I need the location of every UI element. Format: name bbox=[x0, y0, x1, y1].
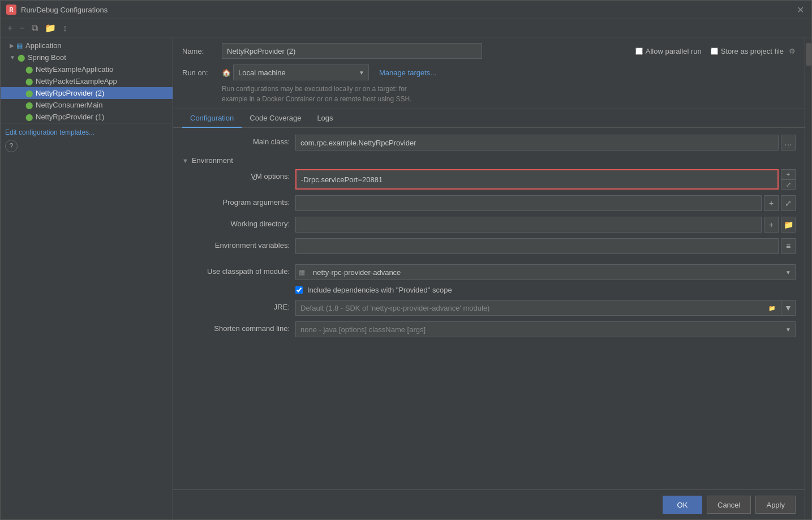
vm-options-row: VM options: + ⤢ bbox=[182, 169, 796, 190]
netty-rpc-provider-2-label: NettyRpcProvider (2) bbox=[36, 89, 104, 97]
run-on-description: Run configurations may be executed local… bbox=[222, 84, 796, 104]
tree-item-netty-example[interactable]: ⬤ NettyExampleApplicatio bbox=[1, 63, 173, 75]
jre-row: JRE: Default (1.8 - SDK of 'netty-rpc-pr… bbox=[182, 300, 796, 316]
working-dir-input[interactable] bbox=[295, 217, 762, 233]
include-deps-label: Include dependencies with "Provided" sco… bbox=[307, 286, 452, 294]
vm-options-label: VM options: bbox=[182, 169, 290, 181]
main-content: ▶ ▦ Application ▼ ⬤ Spring Boot ⬤ NettyE… bbox=[1, 37, 811, 519]
main-class-control: … bbox=[295, 135, 796, 151]
right-scrollbar-thumb bbox=[806, 43, 811, 66]
tree-item-netty-rpc-provider-2[interactable]: ⬤ NettyRpcProvider (2) bbox=[1, 87, 173, 99]
ok-button[interactable]: OK bbox=[663, 496, 702, 514]
folder-button[interactable]: 📁 bbox=[42, 22, 58, 35]
title-bar-left: R Run/Debug Configurations bbox=[6, 5, 108, 15]
help-button[interactable]: ? bbox=[5, 140, 18, 152]
tab-configuration[interactable]: Configuration bbox=[182, 109, 242, 128]
tree-item-spring-boot[interactable]: ▼ ⬤ Spring Boot bbox=[1, 51, 173, 63]
bottom-bar: OK Cancel Apply bbox=[173, 489, 805, 519]
jre-select-wrapper: Default (1.8 - SDK of 'netty-rpc-provide… bbox=[295, 300, 796, 316]
application-icon: ▦ bbox=[16, 42, 23, 50]
run-on-row: Run on: 🏠 Local machine ▼ Manage targets… bbox=[182, 65, 796, 80]
shorten-cmd-row: Shorten command line: none - java [optio… bbox=[182, 321, 796, 337]
allow-parallel-label: Allow parallel run bbox=[646, 47, 702, 55]
vm-options-expand-button[interactable]: ⤢ bbox=[781, 179, 796, 190]
include-deps-checkbox[interactable] bbox=[295, 286, 303, 294]
close-button[interactable]: ✕ bbox=[794, 4, 806, 15]
main-class-label: Main class: bbox=[182, 135, 290, 146]
classpath-row: Use classpath of module: ▦ netty-rpc-pro… bbox=[182, 264, 796, 280]
netty-packet-label: NettyPacketExampleApp bbox=[36, 77, 117, 85]
shorten-cmd-select[interactable]: none - java [options] className [args] bbox=[295, 321, 796, 337]
tab-logs[interactable]: Logs bbox=[309, 109, 341, 128]
tree-item-netty-packet[interactable]: ⬤ NettyPacketExampleApp bbox=[1, 75, 173, 87]
program-args-expand-button[interactable]: ⤢ bbox=[781, 195, 796, 211]
working-dir-row: Working directory: + 📁 bbox=[182, 217, 796, 233]
program-args-row: Program arguments: + ⤢ bbox=[182, 195, 796, 211]
program-args-label: Program arguments: bbox=[182, 195, 290, 207]
right-scrollbar[interactable] bbox=[805, 37, 811, 519]
netty-consumer-label: NettyConsumerMain bbox=[36, 101, 103, 109]
vm-options-input[interactable] bbox=[295, 169, 779, 190]
name-input[interactable] bbox=[222, 43, 482, 59]
gear-icon[interactable]: ⚙ bbox=[789, 47, 796, 55]
jre-arrow-button[interactable]: ▼ bbox=[781, 300, 796, 316]
title-bar: R Run/Debug Configurations ✕ bbox=[1, 1, 811, 19]
jre-label: JRE: bbox=[182, 300, 290, 311]
spring-icon-2: ⬤ bbox=[25, 78, 33, 85]
spring-boot-label: Spring Boot bbox=[28, 53, 66, 62]
env-vars-row: Environment variables: ≡ bbox=[182, 238, 796, 254]
toolbar: + − ⧉ 📁 ↕ bbox=[1, 19, 811, 37]
spring-icon-3: ⬤ bbox=[25, 89, 33, 97]
env-vars-input[interactable] bbox=[295, 238, 779, 254]
env-vars-edit-button[interactable]: ≡ bbox=[781, 238, 796, 254]
classpath-select-wrapper: ▦ netty-rpc-provider-advance ▼ bbox=[295, 264, 796, 280]
main-class-input[interactable] bbox=[295, 135, 779, 151]
working-dir-label: Working directory: bbox=[182, 217, 290, 228]
add-config-button[interactable]: + bbox=[5, 22, 15, 35]
vm-options-add-button[interactable]: + bbox=[781, 169, 796, 179]
tab-code-coverage[interactable]: Code Coverage bbox=[242, 109, 309, 128]
config-form: Main class: … ▼ Environment VM options: bbox=[173, 128, 805, 489]
netty-rpc-provider-1-label: NettyRpcProvider (1) bbox=[36, 113, 104, 121]
allow-parallel-checkbox[interactable] bbox=[635, 48, 643, 55]
name-row: Name: Allow parallel run Store as projec… bbox=[182, 43, 796, 59]
sort-button[interactable]: ↕ bbox=[61, 22, 70, 35]
tree-item-netty-consumer[interactable]: ⬤ NettyConsumerMain bbox=[1, 99, 173, 111]
spring-icon-4: ⬤ bbox=[25, 101, 33, 109]
environment-collapse-icon[interactable]: ▼ bbox=[182, 157, 188, 164]
shorten-cmd-select-wrapper: none - java [options] className [args] ▼ bbox=[295, 321, 796, 337]
run-on-select[interactable]: Local machine bbox=[233, 65, 369, 80]
store-as-project-checkbox[interactable] bbox=[711, 48, 718, 55]
env-vars-label: Environment variables: bbox=[182, 238, 290, 250]
program-args-input[interactable] bbox=[295, 195, 762, 211]
spring-icon-5: ⬤ bbox=[25, 113, 33, 121]
app-logo-icon: R bbox=[6, 5, 16, 15]
cancel-button[interactable]: Cancel bbox=[707, 496, 751, 514]
allow-parallel-row: Allow parallel run bbox=[635, 47, 702, 55]
apply-button[interactable]: Apply bbox=[755, 496, 796, 514]
edit-templates-link[interactable]: Edit configuration templates... bbox=[5, 128, 94, 136]
main-class-browse-button[interactable]: … bbox=[781, 135, 796, 151]
working-dir-folder-button[interactable]: 📁 bbox=[781, 217, 796, 233]
manage-targets-link[interactable]: Manage targets... bbox=[379, 68, 436, 77]
config-top: Name: Allow parallel run Store as projec… bbox=[173, 37, 805, 109]
classpath-label: Use classpath of module: bbox=[182, 264, 290, 276]
run-on-select-wrapper: 🏠 Local machine ▼ bbox=[222, 65, 369, 80]
application-label: Application bbox=[25, 41, 62, 50]
main-class-row: Main class: … bbox=[182, 135, 796, 151]
dialog-title: Run/Debug Configurations bbox=[21, 6, 108, 14]
netty-example-label: NettyExampleApplicatio bbox=[36, 65, 113, 74]
store-as-project-row: Store as project file ⚙ bbox=[711, 47, 796, 55]
remove-config-button[interactable]: − bbox=[17, 22, 27, 35]
name-label: Name: bbox=[182, 47, 216, 55]
program-args-add-button[interactable]: + bbox=[764, 195, 779, 211]
left-panel: ▶ ▦ Application ▼ ⬤ Spring Boot ⬤ NettyE… bbox=[1, 37, 173, 519]
classpath-select[interactable]: netty-rpc-provider-advance bbox=[295, 264, 796, 280]
tree-item-application[interactable]: ▶ ▦ Application bbox=[1, 40, 173, 51]
tree-item-netty-rpc-provider-1[interactable]: ⬤ NettyRpcProvider (1) bbox=[1, 111, 173, 123]
jre-select[interactable]: Default (1.8 - SDK of 'netty-rpc-provide… bbox=[295, 300, 796, 316]
include-deps-row: Include dependencies with "Provided" sco… bbox=[295, 286, 796, 294]
spring-boot-icon: ⬤ bbox=[18, 54, 25, 62]
copy-config-button[interactable]: ⧉ bbox=[29, 22, 40, 35]
working-dir-add-button[interactable]: + bbox=[764, 217, 779, 233]
